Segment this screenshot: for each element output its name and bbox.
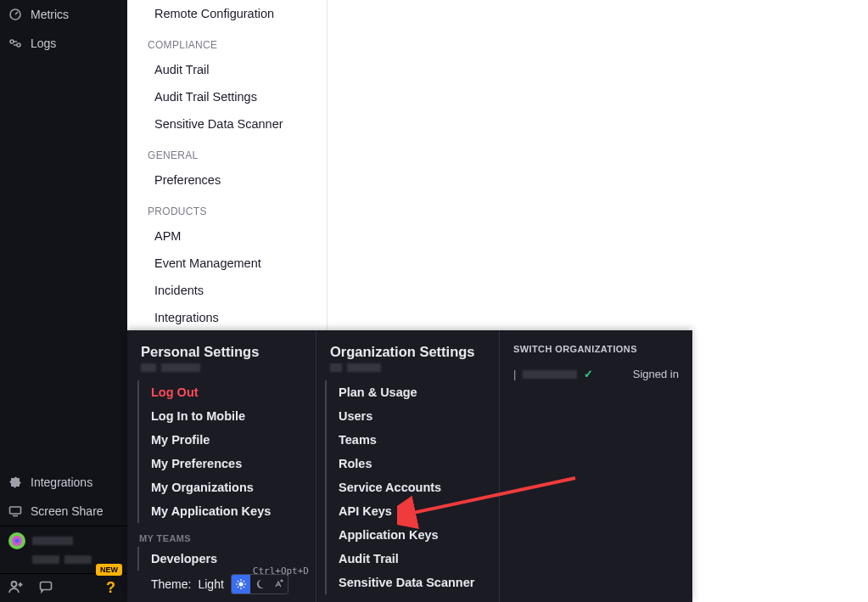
divider — [692, 330, 693, 594]
redacted-subtitle — [316, 363, 499, 380]
main-sidebar: Metrics Logs Integrations Screen Share — [0, 0, 127, 602]
menu-item-my-profile[interactable]: My Profile — [139, 428, 316, 452]
sidebar-item-label: Screen Share — [31, 504, 104, 518]
menu-item-log-out[interactable]: Log Out — [139, 380, 316, 404]
popup-my-teams-label: MY TEAMS — [127, 523, 316, 547]
popup-switch-column: SWITCH ORGANIZATIONS | ✓ Signed in — [499, 330, 692, 602]
svg-line-16 — [238, 587, 238, 588]
footer-bar: ? NEW — [0, 573, 127, 602]
svg-point-9 — [238, 582, 243, 587]
subnav-section-header: GENERAL — [127, 138, 327, 166]
sidebar-item-metrics[interactable]: Metrics — [0, 0, 127, 29]
puzzle-icon — [8, 475, 22, 489]
theme-toggle — [231, 574, 288, 594]
svg-point-2 — [17, 43, 20, 47]
svg-line-15 — [244, 587, 244, 588]
menu-item-application-keys[interactable]: Application Keys — [327, 523, 499, 547]
menu-item-plan-usage[interactable]: Plan & Usage — [327, 380, 499, 404]
svg-line-14 — [238, 581, 238, 582]
signed-in-label: Signed in — [633, 368, 679, 380]
chat-icon[interactable] — [39, 580, 53, 597]
sidebar-item-screen-share[interactable]: Screen Share — [0, 497, 127, 526]
menu-item-users[interactable]: Users — [327, 404, 499, 428]
redacted-text — [32, 537, 73, 545]
subnav-item[interactable]: Remote Configuration — [127, 0, 327, 27]
subnav-item[interactable]: Audit Trail Settings — [127, 83, 327, 110]
theme-label: Theme: — [151, 577, 191, 591]
sidebar-item-label: Integrations — [31, 475, 92, 489]
popup-personal-title: Personal Settings — [127, 344, 316, 363]
sidebar-item-label: Logs — [31, 37, 56, 50]
menu-item-roles[interactable]: Roles — [327, 452, 499, 475]
svg-line-17 — [244, 581, 244, 582]
svg-point-6 — [15, 538, 20, 543]
user-settings-popup: Personal Settings Log Out Log In to Mobi… — [127, 330, 692, 602]
new-badge: NEW — [96, 564, 122, 576]
subnav-item[interactable]: Incidents — [127, 277, 327, 304]
subnav-section-header: PRODUCTS — [127, 194, 327, 222]
menu-item-my-app-keys[interactable]: My Application Keys — [139, 499, 316, 523]
popup-personal-column: Personal Settings Log Out Log In to Mobi… — [127, 330, 316, 602]
subnav-item[interactable]: Event Management — [127, 250, 327, 277]
popup-org-column: Organization Settings Plan & Usage Users… — [316, 330, 499, 602]
menu-item-sensitive-data-scanner[interactable]: Sensitive Data Scanner — [327, 571, 499, 594]
org-row[interactable]: | ✓ Signed in — [500, 363, 692, 385]
redacted-text — [523, 370, 577, 379]
theme-auto-button[interactable] — [269, 575, 288, 594]
theme-dark-button[interactable] — [250, 575, 269, 594]
avatar — [8, 532, 25, 549]
menu-item-service-accounts[interactable]: Service Accounts — [327, 475, 499, 499]
add-user-icon[interactable] — [8, 579, 24, 598]
subnav-item[interactable]: APM — [127, 222, 327, 250]
sidebar-item-logs[interactable]: Logs — [0, 29, 127, 58]
theme-light-button[interactable] — [232, 575, 250, 594]
subnav-section-header: COMPLIANCE — [127, 27, 327, 56]
redacted-text — [32, 555, 59, 564]
screen-share-icon — [8, 504, 22, 518]
popup-org-title: Organization Settings — [316, 344, 499, 363]
redacted-subtitle — [127, 363, 316, 380]
menu-item-my-preferences[interactable]: My Preferences — [139, 452, 316, 475]
logs-icon — [8, 37, 22, 50]
check-icon: ✓ — [584, 368, 593, 380]
svg-rect-3 — [10, 507, 21, 514]
menu-item-api-keys[interactable]: API Keys — [327, 499, 499, 523]
subnav-item[interactable]: Sensitive Data Scanner — [127, 110, 327, 138]
subnav-item[interactable]: Integrations — [127, 304, 327, 331]
sidebar-item-label: Metrics — [31, 8, 69, 21]
menu-item-teams[interactable]: Teams — [327, 428, 499, 452]
svg-point-7 — [12, 582, 17, 587]
theme-value: Light — [198, 577, 223, 591]
metrics-icon — [8, 8, 22, 21]
sidebar-item-integrations[interactable]: Integrations — [0, 468, 127, 497]
menu-item-my-orgs[interactable]: My Organizations — [139, 475, 316, 499]
keyboard-shortcut-hint: Ctrl+Opt+D — [253, 565, 309, 577]
redacted-text — [64, 555, 92, 564]
svg-rect-8 — [41, 582, 52, 589]
menu-item-audit-trail[interactable]: Audit Trail — [327, 547, 499, 571]
svg-point-1 — [10, 40, 14, 43]
subnav-item[interactable]: Audit Trail — [127, 56, 327, 83]
menu-item-log-in-mobile[interactable]: Log In to Mobile — [139, 404, 316, 428]
switch-orgs-header: SWITCH ORGANIZATIONS — [500, 344, 692, 363]
help-icon[interactable]: ? — [106, 579, 115, 597]
subnav-item[interactable]: Preferences — [127, 166, 327, 194]
